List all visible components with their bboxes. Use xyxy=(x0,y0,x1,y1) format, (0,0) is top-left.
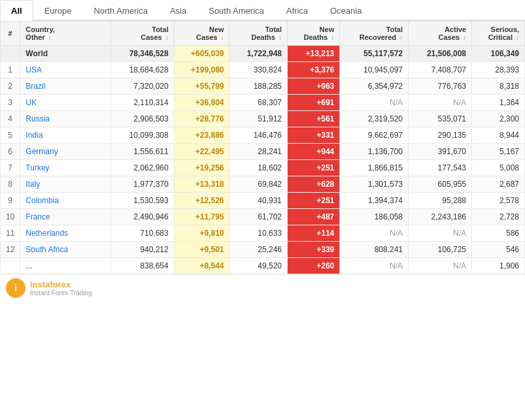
table-row: 7Turkey2,062,960+19,25618,602+2511,866,8… xyxy=(1,160,525,176)
row-country[interactable]: USA xyxy=(20,62,110,78)
row-serious: 2,687 xyxy=(472,176,525,193)
row-serious: 546 xyxy=(472,242,525,258)
row-total-recovered: N/A xyxy=(340,225,409,242)
row-country[interactable]: Netherlands xyxy=(20,225,110,242)
col-header-active-cases[interactable]: ActiveCases ↕ xyxy=(409,22,472,46)
row-total-deaths: 188,285 xyxy=(229,78,288,95)
row-total-deaths: 51,912 xyxy=(229,111,288,127)
row-active-cases: 2,243,186 xyxy=(409,209,472,225)
row-num: 11 xyxy=(1,225,20,242)
row-serious: 8,944 xyxy=(472,127,525,144)
svg-text:i: i xyxy=(14,283,17,293)
col-header-num: # xyxy=(1,22,20,46)
logo-name: instaforex xyxy=(30,280,92,289)
row-total-recovered: 6,354,972 xyxy=(340,78,409,95)
row-serious: 1,906 xyxy=(472,258,525,274)
row-num xyxy=(1,258,20,274)
col-header-serious[interactable]: Serious,Critical ↕ xyxy=(472,22,525,46)
col-header-total-deaths[interactable]: TotalDeaths ↕ xyxy=(229,22,288,46)
instaforex-logo-icon: i xyxy=(5,278,26,299)
row-country[interactable]: UK xyxy=(20,95,110,111)
table-row: 11Netherlands710,683+9,81010,633+114N/AN… xyxy=(1,225,525,242)
row-total-recovered: 186,058 xyxy=(340,209,409,225)
table-row: 2Brazil7,320,020+55,799188,285+9636,354,… xyxy=(1,78,525,95)
row-total-cases: 2,490,946 xyxy=(110,209,174,225)
row-active-cases: 290,135 xyxy=(409,127,472,144)
row-country: ... xyxy=(20,258,110,274)
tab-bar: All Europe North America Asia South Amer… xyxy=(0,0,525,21)
table-row: 5India10,099,308+23,886146,476+3319,662,… xyxy=(1,127,525,144)
row-new-deaths: +251 xyxy=(288,193,340,209)
table-row: 12South Africa940,212+9,50125,246+339808… xyxy=(1,242,525,258)
row-total-deaths: 10,633 xyxy=(229,225,288,242)
row-total-recovered: 808,241 xyxy=(340,242,409,258)
row-serious: 586 xyxy=(472,225,525,242)
row-country[interactable]: Turkey xyxy=(20,160,110,176)
world-country: World xyxy=(20,46,110,62)
row-total-recovered: 2,319,520 xyxy=(340,111,409,127)
row-new-cases: +12,526 xyxy=(174,193,229,209)
row-active-cases: N/A xyxy=(409,225,472,242)
tab-north-america[interactable]: North America xyxy=(83,0,159,21)
row-country[interactable]: India xyxy=(20,127,110,144)
row-num: 3 xyxy=(1,95,20,111)
row-total-deaths: 40,931 xyxy=(229,193,288,209)
row-total-deaths: 68,307 xyxy=(229,95,288,111)
world-row: World 78,346,528 +605,039 1,722,948 +13,… xyxy=(1,46,525,62)
tab-europe[interactable]: Europe xyxy=(33,0,83,21)
logo-bar: i instaforex Instant Forex Trading xyxy=(0,274,525,301)
covid-table: # Country,Other ↕ TotalCases ↕ NewCases … xyxy=(0,21,525,274)
row-serious: 2,578 xyxy=(472,193,525,209)
tab-asia[interactable]: Asia xyxy=(159,0,197,21)
row-total-cases: 10,099,308 xyxy=(110,127,174,144)
tab-africa[interactable]: Africa xyxy=(275,0,319,21)
row-country[interactable]: South Africa xyxy=(20,242,110,258)
col-header-country[interactable]: Country,Other ↕ xyxy=(20,22,110,46)
row-new-cases: +8,544 xyxy=(174,258,229,274)
col-header-total-recovered[interactable]: TotalRecovered ↕ xyxy=(340,22,409,46)
row-new-cases: +19,256 xyxy=(174,160,229,176)
row-total-cases: 7,320,020 xyxy=(110,78,174,95)
row-total-deaths: 25,246 xyxy=(229,242,288,258)
row-new-cases: +36,804 xyxy=(174,95,229,111)
row-serious: 1,364 xyxy=(472,95,525,111)
row-num: 12 xyxy=(1,242,20,258)
row-active-cases: 106,725 xyxy=(409,242,472,258)
table-row: ...838,654+8,54449,520+260N/AN/A1,906 xyxy=(1,258,525,274)
row-total-recovered: 1,301,573 xyxy=(340,176,409,193)
world-num xyxy=(1,46,20,62)
row-new-cases: +28,776 xyxy=(174,111,229,127)
row-country[interactable]: France xyxy=(20,209,110,225)
row-serious: 5,008 xyxy=(472,160,525,176)
row-new-deaths: +339 xyxy=(288,242,340,258)
col-header-new-deaths[interactable]: NewDeaths ↕ xyxy=(288,22,340,46)
col-header-new-cases[interactable]: NewCases ↓ xyxy=(174,22,229,46)
row-active-cases: 391,670 xyxy=(409,144,472,160)
row-new-deaths: +561 xyxy=(288,111,340,127)
row-total-cases: 838,654 xyxy=(110,258,174,274)
row-total-recovered: 1,136,700 xyxy=(340,144,409,160)
row-country[interactable]: Russia xyxy=(20,111,110,127)
row-new-deaths: +487 xyxy=(288,209,340,225)
row-num: 2 xyxy=(1,78,20,95)
row-country[interactable]: Colombia xyxy=(20,193,110,209)
tab-all[interactable]: All xyxy=(0,0,33,21)
row-country[interactable]: Germany xyxy=(20,144,110,160)
row-country[interactable]: Brazil xyxy=(20,78,110,95)
tab-south-america[interactable]: South America xyxy=(197,0,275,21)
row-total-recovered: 10,945,097 xyxy=(340,62,409,78)
row-new-deaths: +628 xyxy=(288,176,340,193)
row-total-cases: 2,062,960 xyxy=(110,160,174,176)
row-active-cases: 177,543 xyxy=(409,160,472,176)
row-total-cases: 2,906,503 xyxy=(110,111,174,127)
world-total-cases: 78,346,528 xyxy=(110,46,174,62)
row-new-cases: +22,495 xyxy=(174,144,229,160)
table-header-row: # Country,Other ↕ TotalCases ↕ NewCases … xyxy=(1,22,525,46)
row-new-deaths: +331 xyxy=(288,127,340,144)
row-new-cases: +199,080 xyxy=(174,62,229,78)
row-country[interactable]: Italy xyxy=(20,176,110,193)
world-serious: 106,349 xyxy=(472,46,525,62)
row-serious: 5,167 xyxy=(472,144,525,160)
col-header-total-cases[interactable]: TotalCases ↕ xyxy=(110,22,174,46)
tab-oceania[interactable]: Oceania xyxy=(319,0,373,21)
